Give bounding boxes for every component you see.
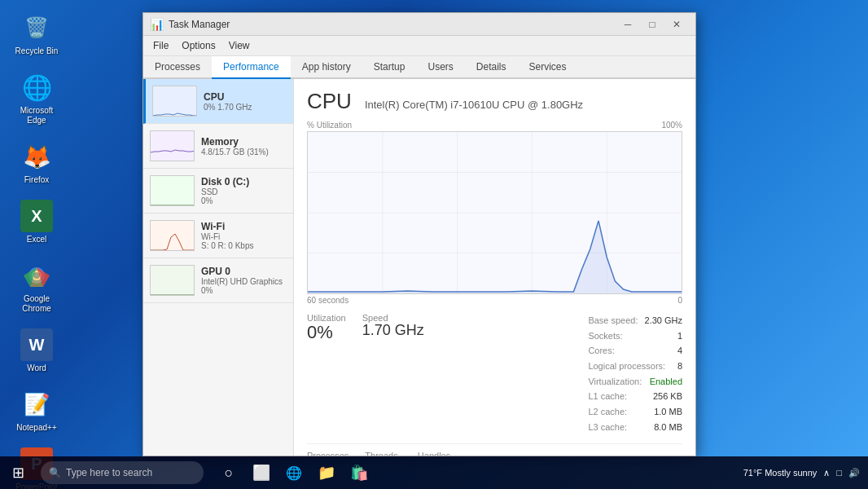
excel-icon[interactable]: X Excel [8, 196, 65, 248]
options-menu[interactable]: Options [175, 37, 221, 54]
taskbar: ⊞ 🔍 Type here to search ○ ⬜ 🌐 📁 🛍️ 71°F … [0, 456, 868, 489]
notepad-label: Notepad++ [16, 423, 57, 433]
menubar: File Options View [143, 36, 695, 56]
cpu-panel-subtitle: Intel(R) Core(TM) i7-10610U CPU @ 1.80GH… [365, 99, 583, 111]
taskbar-cortana[interactable]: ○ [216, 460, 242, 486]
sidebar-item-gpu[interactable]: GPU 0 Intel(R) UHD Graphics 0% [143, 258, 293, 303]
taskbar-folder[interactable]: 📁 [313, 460, 340, 486]
logical-label: Logical processors: [588, 359, 665, 374]
word-icon[interactable]: W Word [8, 325, 65, 377]
file-menu[interactable]: File [147, 37, 175, 54]
l1-label: L1 cache: [588, 389, 627, 404]
svg-rect-4 [151, 131, 195, 161]
chart-time-right: 0 [677, 296, 682, 305]
taskbar-right: 71°F Mostly sunny ∧ □ 🔊 [743, 468, 868, 478]
cpu-name: CPU [204, 91, 287, 103]
titlebar-icon: 📊 [150, 18, 164, 31]
minimize-button[interactable]: ─ [616, 15, 640, 33]
sockets-label: Sockets: [588, 328, 622, 344]
memory-info: Memory 4.8/15.7 GB (31%) [201, 136, 287, 156]
sidebar-item-cpu[interactable]: CPU 0% 1.70 GHz [143, 79, 293, 124]
cpu-panel-title: CPU [307, 89, 352, 114]
chrome-icon[interactable]: Google Chrome [8, 256, 65, 317]
utilization-stat: Utilization 0% [307, 313, 346, 342]
view-menu[interactable]: View [222, 37, 256, 54]
firefox-img: 🦊 [20, 140, 53, 173]
firefox-label: Firefox [24, 175, 50, 185]
tab-app-history[interactable]: App history [291, 56, 362, 79]
processes-stat: Processes 143 [307, 451, 349, 456]
excel-img: X [20, 200, 53, 232]
search-icon: 🔍 [49, 467, 61, 478]
notepad-icon[interactable]: 📝 Notepad++ [8, 385, 65, 436]
l2-label: L2 cache: [588, 404, 627, 420]
l3-row: L3 cache: 8.0 MB [588, 420, 682, 435]
edge-img: 🌐 [20, 71, 53, 104]
excel-label: Excel [27, 235, 46, 244]
utilization-value: 0% [307, 323, 346, 342]
titlebar: 📊 Task Manager ─ □ ✕ [143, 13, 695, 36]
l3-label: L3 cache: [588, 420, 627, 435]
chrome-label: Google Chrome [11, 294, 62, 314]
threads-stat: Threads 1334 [365, 451, 401, 456]
titlebar-title: Task Manager [169, 19, 616, 30]
taskbar-store[interactable]: 🛍️ [346, 460, 372, 486]
desktop-icons: 🗑️ Recycle Bin 🌐 Microsoft Edge 🦊 Firefo… [8, 8, 65, 489]
taskbar-search[interactable]: 🔍 Type here to search [41, 461, 204, 484]
process-stats: Processes 143 Threads 1334 Handles 53296 [307, 443, 682, 456]
handles-stat: Handles 53296 [418, 451, 463, 456]
threads-label: Threads [365, 451, 401, 456]
cpu-panel: CPU Intel(R) Core(TM) i7-10610U CPU @ 1.… [294, 79, 695, 456]
tm-body: CPU 0% 1.70 GHz Memory 4.8/15.7 GB ( [143, 79, 695, 456]
tab-details[interactable]: Details [465, 56, 518, 79]
logical-value: 8 [677, 359, 682, 374]
speed-stat: Speed 1.70 GHz [362, 313, 424, 339]
speed-value: 1.70 GHz [362, 323, 424, 339]
cpu-chart [307, 131, 682, 294]
virtualization-value: Enabled [650, 374, 682, 390]
sidebar-item-disk[interactable]: Disk 0 (C:) SSD 0% [143, 169, 293, 214]
taskbar-task-view[interactable]: ⬜ [248, 460, 274, 486]
memory-sub: 4.8/15.7 GB (31%) [201, 148, 287, 156]
wifi-sub2: S: 0 R: 0 Kbps [201, 241, 287, 250]
task-manager-window: 📊 Task Manager ─ □ ✕ File Options View P… [142, 12, 696, 456]
l1-value: 256 KB [653, 389, 682, 404]
recycle-bin-img: 🗑️ [20, 11, 53, 44]
tab-services[interactable]: Services [518, 56, 578, 79]
chrome-img [20, 259, 53, 292]
disk-sub1: SSD [201, 187, 287, 196]
edge-icon[interactable]: 🌐 Microsoft Edge [8, 68, 65, 129]
tab-performance[interactable]: Performance [212, 56, 291, 79]
tab-processes[interactable]: Processes [143, 56, 212, 79]
svg-rect-7 [151, 266, 195, 296]
maximize-button[interactable]: □ [640, 15, 664, 33]
chart-labels: % Utilization 100% [307, 121, 682, 130]
sidebar-item-memory[interactable]: Memory 4.8/15.7 GB (31%) [143, 124, 293, 169]
gpu-info: GPU 0 Intel(R) UHD Graphics 0% [201, 266, 287, 295]
system-tray-up[interactable]: ∧ [823, 468, 830, 478]
tab-users[interactable]: Users [416, 56, 464, 79]
window-controls: ─ □ ✕ [616, 15, 689, 33]
cores-label: Cores: [588, 343, 614, 359]
wifi-info: Wi-Fi Wi-Fi S: 0 R: 0 Kbps [201, 221, 287, 250]
l2-value: 1.0 MB [654, 404, 682, 420]
sidebar-item-wifi[interactable]: Wi-Fi Wi-Fi S: 0 R: 0 Kbps [143, 214, 293, 258]
firefox-icon[interactable]: 🦊 Firefox [8, 137, 65, 188]
recycle-bin-label: Recycle Bin [15, 46, 59, 56]
sockets-row: Sockets: 1 [588, 328, 682, 344]
chart-time-left: 60 seconds [307, 296, 349, 305]
notepad-img: 📝 [20, 388, 53, 421]
system-tray-sound[interactable]: 🔊 [848, 468, 860, 478]
tabs: Processes Performance App history Startu… [143, 56, 695, 79]
sockets-value: 1 [677, 328, 682, 344]
memory-name: Memory [201, 136, 287, 148]
close-button[interactable]: ✕ [664, 15, 689, 33]
taskbar-edge-btn[interactable]: 🌐 [281, 460, 307, 486]
recycle-bin-icon[interactable]: 🗑️ Recycle Bin [8, 8, 65, 59]
cpu-details-right: Base speed: 2.30 GHz Sockets: 1 Cores: 4 [588, 313, 682, 435]
start-button[interactable]: ⊞ [0, 456, 37, 489]
base-speed-value: 2.30 GHz [645, 313, 682, 328]
tab-startup[interactable]: Startup [362, 56, 417, 79]
gpu-mini-graph [150, 265, 195, 296]
desktop: 🗑️ Recycle Bin 🌐 Microsoft Edge 🦊 Firefo… [0, 0, 868, 489]
